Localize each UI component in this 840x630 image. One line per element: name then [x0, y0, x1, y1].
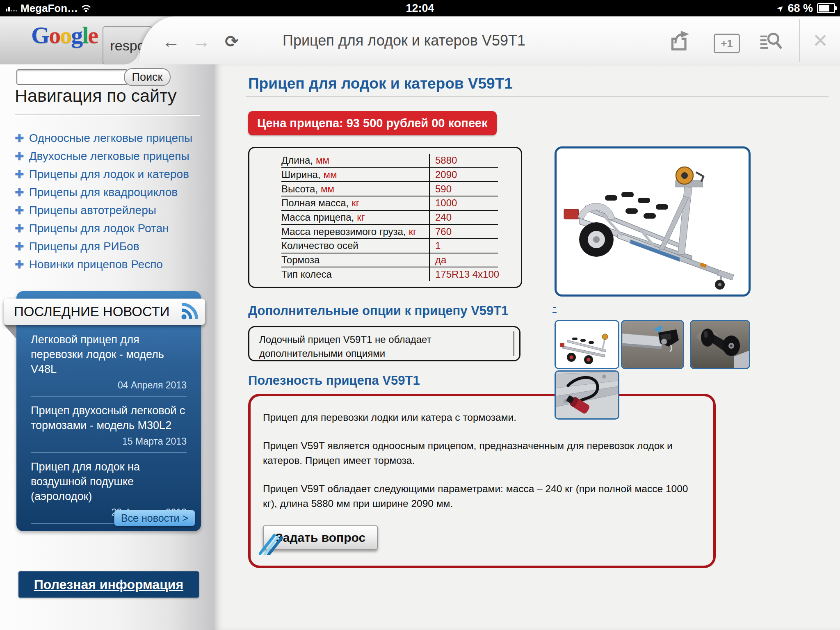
plus-icon: ✚	[15, 258, 24, 271]
description-paragraph: Прицеп V59T обладает следующими параметр…	[263, 482, 699, 511]
spec-value: 175R13 4x100	[429, 267, 498, 281]
news-list: Легковой прицеп для перевозки лодок - мо…	[31, 332, 187, 525]
forward-icon: →	[192, 32, 210, 50]
nav-label: Прицепы для лодок Ротан	[29, 222, 169, 235]
product-photo-main[interactable]	[555, 146, 751, 297]
spec-value: 5880	[429, 154, 498, 167]
table-row: Количество осей1	[281, 239, 498, 253]
spec-value: 590	[429, 182, 498, 196]
thumbnail-trailer-overview[interactable]	[555, 320, 619, 369]
description-paragraph: Прицеп V59T является одноосным прицепом,…	[263, 438, 699, 468]
share-icon	[669, 30, 692, 52]
ask-question-button[interactable]: Задать вопрос	[263, 525, 378, 550]
boat-trailer-image	[557, 148, 744, 290]
back-button[interactable]: ←	[161, 31, 181, 52]
back-icon: ←	[162, 32, 180, 50]
logo-letter: o	[49, 22, 60, 48]
plus-icon: ✚	[15, 240, 24, 253]
nav-label: Прицепы для РИБов	[29, 240, 139, 253]
clock: 12:04	[0, 0, 840, 16]
news-divider	[31, 396, 187, 397]
thumbnail-plug-image	[556, 372, 618, 418]
news-header: ПОСЛЕДНИЕ НОВОСТИ	[4, 299, 205, 325]
spec-table: Длина,мм5880 Ширина,мм2090 Высота,мм590 …	[281, 154, 498, 281]
search-input[interactable]	[16, 69, 128, 85]
plus-icon: ✚	[15, 222, 24, 235]
sidebar-item-double-axle[interactable]: ✚Двухосные легковые прицепы	[15, 147, 208, 165]
useful-info-banner[interactable]: Полезная информация	[18, 571, 199, 598]
sidebar-item-single-axle[interactable]: ✚Одноосные легковые прицепы	[15, 129, 208, 147]
spec-label: Тип колеса	[281, 267, 429, 281]
location-icon: ➤	[775, 3, 785, 14]
news-item-title[interactable]: Прицеп двухосный легковой с тормозами - …	[31, 403, 187, 433]
spec-label: Высота,мм	[281, 182, 429, 196]
spec-value: 2090	[429, 168, 498, 182]
thumbnail-bow-stop[interactable]	[621, 320, 684, 369]
app: MegaFon… 12:04 ➤ 68 % Google respo ← → ⟳…	[0, 0, 840, 630]
sidebar-item-rib-trailers[interactable]: ✚Прицепы для РИБов	[15, 237, 208, 256]
toolbar-separator	[799, 19, 800, 62]
site-navigation: ✚Одноосные легковые прицепы ✚Двухосные л…	[15, 129, 208, 274]
sidebar-item-quad-trailers[interactable]: ✚Прицепы для квадроциклов	[15, 183, 208, 201]
logo-letter: e	[88, 22, 98, 48]
logo-letter: G	[31, 22, 49, 48]
thumbnail-keel-roller[interactable]	[690, 320, 750, 369]
find-on-page-icon	[759, 31, 782, 51]
forward-button[interactable]: →	[191, 31, 212, 52]
plus-icon: ✚	[15, 168, 24, 181]
search-button[interactable]: Поиск	[124, 68, 171, 86]
spec-label: Полная масса,кг	[281, 196, 429, 210]
page-title: Прицеп для лодок и катеров V59T1	[248, 75, 513, 92]
logo-letter: g	[71, 22, 82, 48]
description-box: Прицеп для перевозки лодки или катера с …	[248, 394, 716, 568]
news-header-label: ПОСЛЕДНИЕ НОВОСТИ	[14, 304, 170, 320]
spec-value: 1	[429, 239, 498, 253]
table-row: Масса перевозимого груза,кг760	[281, 225, 498, 239]
battery-percent: 68 %	[788, 2, 813, 15]
find-on-page-button[interactable]	[758, 30, 783, 52]
nav-label: Двухосные легковые прицепы	[29, 150, 189, 163]
google-logo: Google	[31, 21, 98, 49]
spec-value: 760	[429, 225, 498, 238]
table-row: Ширина,мм2090	[281, 168, 498, 183]
plus-one-button[interactable]: +1	[714, 34, 740, 53]
table-row: Масса прицепа,кг240	[281, 211, 498, 225]
page-title-toolbar: Прицеп для лодок и катеров V59T1	[254, 16, 554, 64]
sidebar-item-rotan-trailers[interactable]: ✚Прицепы для лодок Ротан	[15, 219, 208, 237]
news-item-date: 04 Апреля 2013	[31, 380, 187, 391]
close-icon: ✕	[813, 30, 829, 52]
news-item-title[interactable]: Легковой прицеп для перевозки лодок - мо…	[31, 332, 187, 377]
share-button[interactable]	[668, 30, 692, 52]
table-row: Длина,мм5880	[281, 154, 498, 168]
sidebar-nav-title: Навигация по сайту	[15, 86, 177, 106]
news-item[interactable]: Прицеп двухосный легковой с тормозами - …	[31, 403, 187, 453]
dash-link[interactable]: -	[552, 301, 557, 313]
usefulness-section-title: Полезность прицепа V59T1	[248, 373, 420, 388]
plus-icon: ✚	[15, 204, 24, 217]
nav-label: Прицепы для лодок и катеров	[29, 168, 189, 181]
spec-label: Длина,мм	[281, 154, 429, 167]
news-divider	[31, 452, 187, 453]
thumbnail-keel-roller-image	[691, 321, 749, 368]
battery-icon	[817, 3, 835, 13]
thumbnail-electrical-plug[interactable]	[555, 370, 619, 420]
plus-one-icon: +1	[721, 37, 733, 50]
spec-label: Масса перевозимого груза,кг	[281, 225, 429, 238]
news-item[interactable]: Легковой прицеп для перевозки лодок - мо…	[31, 332, 187, 397]
sidebar-item-autotrailers[interactable]: ✚Прицепы автотрейлеры	[15, 201, 208, 219]
news-item-title[interactable]: Прицеп для лодок на воздушной подушке (а…	[31, 459, 187, 504]
spec-value: 1000	[429, 196, 498, 210]
browser-toolbar: Google respo ← → ⟳ Прицеп для лодок и ка…	[0, 16, 840, 65]
spec-label: Масса прицепа,кг	[281, 211, 429, 224]
options-text: Лодочный прицеп V59T1 не обладает дополн…	[259, 334, 431, 359]
sidebar-item-boat-trailers[interactable]: ✚Прицепы для лодок и катеров	[15, 165, 208, 183]
latest-news-widget: ПОСЛЕДНИЕ НОВОСТИ Легковой прицеп для пе…	[16, 291, 201, 531]
table-row: Тип колеса175R13 4x100	[281, 267, 498, 281]
nav-label: Прицепы для квадроциклов	[29, 186, 178, 199]
useful-info-label: Полезная информация	[34, 577, 183, 592]
logo-letter: o	[60, 22, 71, 48]
refresh-button[interactable]: ⟳	[221, 31, 242, 52]
close-tab-button[interactable]: ✕	[807, 28, 833, 53]
all-news-button[interactable]: Все новости >	[114, 510, 195, 526]
sidebar-item-new-trailers[interactable]: ✚Новинки прицепов Респо	[15, 256, 208, 274]
